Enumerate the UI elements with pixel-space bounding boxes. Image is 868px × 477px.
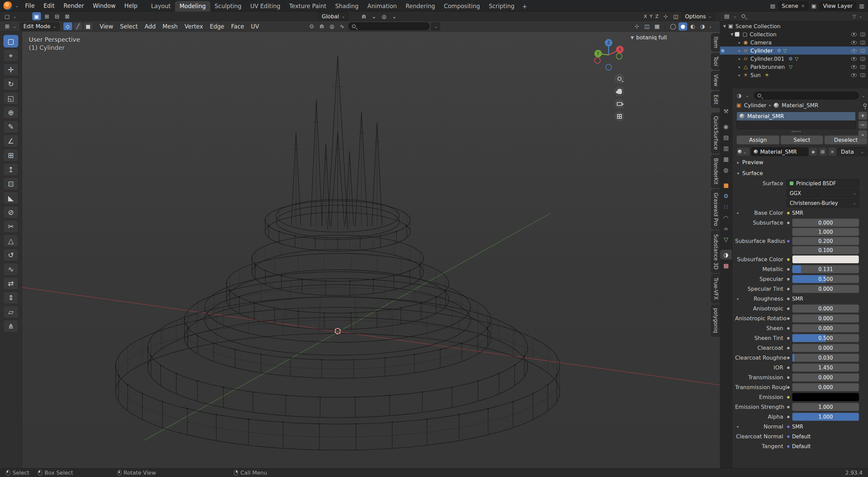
tool-rotate[interactable]: ↻ [3, 78, 18, 90]
tool-shear[interactable]: ▱ [3, 306, 18, 318]
workspace-tab-rendering[interactable]: Rendering [401, 1, 439, 12]
properties-tab-constraints[interactable]: ∞ [720, 224, 732, 233]
gizmo-toggle-icon[interactable]: ⊹ [661, 12, 670, 20]
value-slider[interactable]: 0.000 [792, 218, 859, 227]
value-slider[interactable]: 1.000 [792, 403, 859, 411]
sidebar-tab-true-vfx[interactable]: True-VFX [711, 274, 720, 303]
falloff-icon[interactable]: ∿ [338, 22, 347, 31]
transform-orientation-dropdown[interactable]: Global ⌄ [318, 12, 348, 20]
tool-poly-build[interactable]: △ [3, 234, 18, 247]
app-menu-chevron-icon[interactable]: ⌄ [15, 3, 19, 8]
material-name-field[interactable]: Material_SMR [751, 147, 808, 156]
disable-render-icon[interactable] [860, 49, 865, 53]
tool-measure[interactable]: ∠ [3, 135, 18, 147]
hide-viewport-icon[interactable] [851, 65, 857, 69]
sidebar-tab-item[interactable]: Item [711, 33, 720, 52]
workspace-tab-animation[interactable]: Animation [363, 1, 401, 12]
material-slot[interactable]: Material_SMR [737, 112, 855, 120]
workspace-tab-sculpting[interactable]: Sculpting [210, 1, 246, 12]
slot-specials-button[interactable]: ⌄ [858, 130, 867, 138]
properties-search-input[interactable] [754, 92, 859, 99]
value-slider[interactable]: 1.000 [792, 228, 859, 236]
ortho-toggle-button[interactable] [614, 111, 625, 121]
prop-edit-dropdown[interactable]: ⌄ [390, 12, 399, 20]
value-slider[interactable]: 0.000 [792, 304, 859, 313]
scene-clear-icon[interactable]: × [801, 3, 805, 8]
value-dropdown[interactable]: GGX⌄ [787, 189, 859, 197]
tool-extrude-region[interactable]: ↥ [3, 163, 18, 176]
mode-intersect-icon[interactable]: ⊠ [63, 12, 72, 20]
properties-options-icon[interactable]: ⌄ [862, 93, 865, 98]
link-value[interactable]: Default [792, 443, 811, 450]
properties-tab-scene[interactable]: ▦ [720, 154, 732, 164]
xray-toggle-icon[interactable]: ▦ [653, 22, 662, 31]
mode-extend-icon[interactable]: ⊞ [42, 12, 51, 20]
hide-viewport-icon[interactable] [851, 41, 857, 44]
expand-icon[interactable]: ▸ [737, 40, 742, 45]
tool-add-cube[interactable]: ⊞ [3, 149, 18, 161]
properties-tab-modifiers[interactable]: ⚙ [720, 191, 732, 201]
active-tool-icon[interactable]: ▢ [3, 12, 12, 20]
properties-tab-object[interactable]: ■ [720, 180, 732, 190]
tool-bevel[interactable]: ◣ [3, 192, 18, 204]
tool-select-box[interactable]: ▢ [3, 35, 18, 47]
link-type-dropdown[interactable]: Data ⌄ [837, 147, 867, 156]
workspace-tab-modeling[interactable]: Modeling [175, 1, 210, 12]
vertex-select-icon[interactable]: ◇ [63, 22, 73, 31]
expand-icon[interactable]: ▼ [722, 24, 727, 28]
tool-knife[interactable]: ✂ [3, 220, 18, 233]
menu-mesh[interactable]: Mesh [159, 21, 181, 32]
browse-material-dropdown[interactable]: ⌄ [736, 147, 750, 156]
hide-viewport-icon[interactable] [851, 49, 857, 53]
snap-icon[interactable]: ⋒ [317, 22, 326, 31]
sidebar-tab-view[interactable]: View [711, 71, 720, 90]
axis-toggle-z[interactable]: Z [654, 14, 660, 19]
add-workspace-button[interactable]: + [519, 1, 530, 12]
tool-cursor[interactable]: ⌖ [3, 49, 18, 62]
value-slider[interactable]: 0.131 [792, 265, 859, 273]
properties-tab-material[interactable]: ◑ [720, 250, 732, 260]
value-slider[interactable]: 0.500 [792, 334, 859, 342]
sidebar-tab-quicksurface[interactable]: QuickSurface [711, 113, 720, 153]
link-value[interactable]: SMR [792, 424, 803, 430]
zoom-button[interactable] [614, 74, 625, 84]
mode-new-icon[interactable]: ▣ [32, 12, 41, 20]
new-material-button[interactable]: ⊞ [818, 147, 827, 156]
value-slider[interactable]: 0.200 [792, 237, 859, 245]
disable-render-icon[interactable] [860, 65, 865, 69]
axis-toggle-x[interactable]: X [642, 14, 648, 19]
shading-dropdown-icon[interactable]: ⌄ [709, 24, 712, 29]
value-slider[interactable]: 0.000 [792, 324, 859, 332]
outliner-row-cylinder-001[interactable]: ▸⌭Cylinder.001⚙▽ [720, 55, 868, 63]
workspace-tab-texture-paint[interactable]: Texture Paint [285, 1, 331, 12]
assign-button[interactable]: Assign [736, 135, 780, 145]
menu-uv[interactable]: UV [248, 21, 262, 32]
tool-smooth[interactable]: ∿ [3, 263, 18, 275]
outliner-row-cylinder[interactable]: ▸⌭Cylinder⚙▽ [720, 46, 868, 55]
menu-add[interactable]: Add [141, 21, 159, 32]
tool-inset-faces[interactable]: ⊡ [3, 177, 18, 190]
value-slider[interactable]: 0.000 [792, 314, 859, 323]
outliner-editor-icon[interactable]: ▤ [723, 13, 730, 19]
menu-face[interactable]: Face [228, 21, 248, 32]
hide-viewport-icon[interactable] [851, 57, 857, 61]
menu-view[interactable]: View [96, 21, 117, 32]
value-slider[interactable]: 1.000 [792, 413, 859, 421]
menu-edit[interactable]: Edit [39, 0, 59, 12]
select-button[interactable]: Select [781, 135, 824, 145]
value-slider[interactable]: 0.000 [792, 373, 859, 382]
disable-render-icon[interactable] [860, 57, 865, 61]
proportional-edit-icon[interactable]: ◎ [380, 12, 389, 20]
properties-tab-texture[interactable]: ▩ [720, 261, 732, 270]
properties-tab-tool[interactable]: ⚒ [720, 106, 732, 116]
breadcrumb-object[interactable]: Cylinder [744, 102, 766, 109]
view-layer-selector[interactable]: View Layer [820, 2, 856, 10]
expand-icon[interactable]: ▸ [737, 49, 742, 53]
menu-render[interactable]: Render [59, 0, 88, 12]
value-slider[interactable]: 0.100 [792, 246, 859, 254]
outliner-row-parkbrunnen[interactable]: ▸△Parkbrunnen▽ [720, 63, 868, 71]
breadcrumb-material[interactable]: Material_SMR [782, 102, 818, 109]
hide-viewport-icon[interactable] [851, 33, 857, 36]
value-dropdown[interactable]: Christensen-Burley⌄ [787, 199, 859, 207]
expand-icon[interactable]: ▸ [737, 211, 739, 215]
